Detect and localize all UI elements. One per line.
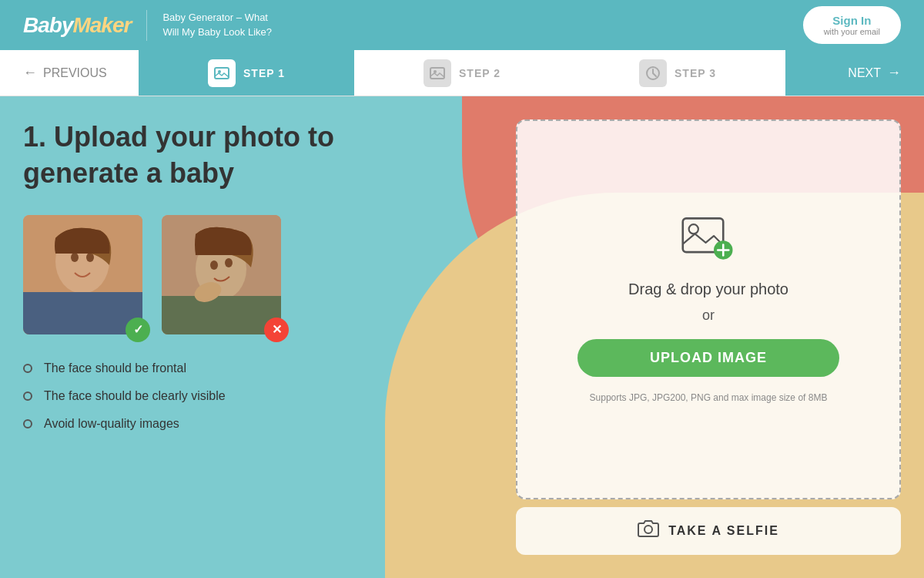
right-arrow-icon: → — [887, 65, 901, 81]
svg-point-13 — [225, 258, 233, 267]
bad-badge: ✕ — [264, 318, 289, 342]
tip-text-1: The face should be frontal — [44, 361, 186, 375]
svg-rect-0 — [215, 68, 229, 79]
svg-point-12 — [210, 260, 218, 270]
upload-btn-label: UPLOAD IMAGE — [650, 350, 767, 365]
title-line2: generate a baby — [23, 157, 234, 189]
header-divider — [146, 10, 147, 41]
tip-text-2: The face should be clearly visible — [44, 389, 226, 403]
step-2-icon — [424, 59, 451, 87]
good-face-image — [23, 215, 142, 334]
good-example: ✓ — [23, 215, 146, 338]
selfie-label: TAKE A SELFIE — [668, 524, 779, 538]
tips-list: The face should be frontal The face shou… — [23, 361, 493, 431]
svg-rect-14 — [162, 296, 281, 334]
tip-bullet-3 — [23, 419, 32, 428]
left-panel: 1. Upload your photo to generate a baby — [23, 119, 493, 555]
step-3-label: STEP 3 — [675, 67, 716, 79]
sign-in-sub: with your email — [824, 27, 880, 36]
tip-bullet-2 — [23, 391, 32, 401]
svg-rect-2 — [430, 68, 444, 79]
step-1-icon — [208, 59, 236, 87]
bad-face-image — [162, 215, 281, 334]
page-title: 1. Upload your photo to generate a baby — [23, 119, 493, 192]
take-selfie-button[interactable]: TAKE A SELFIE — [516, 507, 901, 555]
svg-point-7 — [71, 253, 79, 262]
next-label: NEXT — [848, 66, 881, 80]
drag-drop-text: Drag & drop your photo — [628, 281, 788, 298]
tip-item: Avoid low-quality images — [23, 417, 493, 431]
subtitle-line2: Will My Baby Look Like? — [162, 26, 272, 38]
step-3-icon — [639, 59, 667, 87]
svg-rect-9 — [23, 292, 142, 334]
step-2-label: STEP 2 — [459, 67, 500, 79]
svg-point-21 — [644, 526, 652, 533]
bad-photo — [162, 215, 281, 334]
main-content: 1. Upload your photo to generate a baby — [0, 96, 924, 578]
next-button[interactable]: NEXT → — [785, 50, 924, 96]
upload-image-button[interactable]: UPLOAD IMAGE — [578, 339, 839, 377]
photo-examples: ✓ — [23, 215, 493, 338]
step-1-label: STEP 1 — [243, 67, 285, 79]
logo: BabyMaker — [23, 13, 131, 38]
or-text: or — [702, 307, 715, 324]
sign-in-button[interactable]: Sign In with your email — [803, 6, 901, 44]
subtitle-line1: Baby Generator – What — [162, 12, 268, 23]
upload-image-icon — [681, 216, 735, 265]
sign-in-label: Sign In — [824, 14, 880, 27]
good-photo — [23, 215, 142, 334]
tip-item: The face should be frontal — [23, 361, 493, 375]
step-1-tab[interactable]: STEP 1 — [139, 50, 354, 96]
header: BabyMaker Baby Generator – What Will My … — [0, 0, 924, 50]
svg-point-17 — [689, 224, 698, 234]
tip-text-3: Avoid low-quality images — [44, 417, 179, 431]
step-3-tab[interactable]: STEP 3 — [570, 50, 785, 96]
header-subtitle: Baby Generator – What Will My Baby Look … — [162, 11, 272, 39]
step-navigation: ← PREVIOUS STEP 1 STEP 2 — [0, 50, 924, 96]
svg-point-8 — [86, 253, 94, 262]
bad-example: ✕ — [162, 215, 285, 338]
upload-dropzone[interactable]: Drag & drop your photo or UPLOAD IMAGE S… — [516, 119, 901, 499]
previous-label: PREVIOUS — [43, 66, 107, 80]
good-badge: ✓ — [126, 318, 150, 342]
tip-item: The face should be clearly visible — [23, 389, 493, 403]
left-arrow-icon: ← — [23, 65, 37, 81]
tip-bullet-1 — [23, 364, 32, 373]
camera-icon — [638, 519, 659, 543]
step-2-tab[interactable]: STEP 2 — [354, 50, 570, 96]
title-line1: 1. Upload your photo to — [23, 121, 334, 153]
right-panel: Drag & drop your photo or UPLOAD IMAGE S… — [516, 119, 901, 555]
support-text: Supports JPG, JPG200, PNG and max image … — [590, 392, 828, 403]
previous-button[interactable]: ← PREVIOUS — [0, 50, 139, 96]
